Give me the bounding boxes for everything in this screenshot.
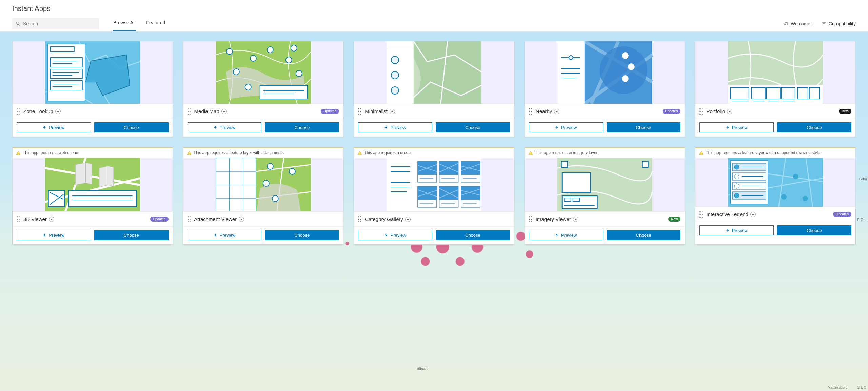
- drag-handle-icon[interactable]: [699, 108, 704, 115]
- compatibility-link[interactable]: Compatibility: [821, 21, 856, 26]
- svg-rect-36: [557, 41, 585, 104]
- choose-button[interactable]: Choose: [94, 230, 169, 240]
- svg-point-18: [267, 47, 273, 53]
- right-actions: Welcome! Compatibility: [783, 21, 856, 26]
- choose-button[interactable]: Choose: [777, 122, 851, 132]
- expand-button[interactable]: [727, 109, 732, 114]
- expand-button[interactable]: [239, 217, 244, 222]
- svg-point-14: [226, 48, 232, 55]
- thumb-zone-lookup: [13, 41, 173, 104]
- warning-text: This app requires a group: [364, 150, 411, 155]
- expand-button[interactable]: [55, 109, 61, 114]
- svg-rect-61: [189, 152, 189, 153]
- card-title: Zone Lookup: [23, 108, 53, 114]
- preview-button[interactable]: Preview: [699, 225, 774, 235]
- drag-handle-icon[interactable]: [17, 216, 21, 222]
- svg-rect-55: [18, 154, 18, 154]
- preview-button[interactable]: Preview: [529, 122, 603, 132]
- card-category-gallery: This app requires a group: [354, 147, 514, 245]
- svg-point-20: [285, 57, 292, 63]
- tab-featured[interactable]: Featured: [145, 16, 166, 31]
- preview-button[interactable]: Preview: [188, 122, 262, 132]
- drag-handle-icon[interactable]: [529, 216, 534, 222]
- thumb-attachment-viewer: [183, 158, 343, 211]
- card-warning: This app requires a feature layer with a…: [183, 147, 343, 158]
- search-box[interactable]: [12, 18, 99, 29]
- expand-button[interactable]: [554, 109, 559, 114]
- card-title-row: 3D Viewer Updated: [13, 211, 173, 226]
- thumb-portfolio: [695, 41, 855, 104]
- choose-button[interactable]: Choose: [777, 225, 851, 235]
- card-interactive-legend: This app requires a feature layer with a…: [695, 147, 856, 245]
- warning-icon: [357, 150, 362, 155]
- drag-handle-icon[interactable]: [358, 216, 363, 222]
- preview-button[interactable]: Preview: [529, 230, 603, 240]
- svg-point-140: [734, 184, 739, 188]
- expand-button[interactable]: [750, 212, 756, 217]
- map-label-mattersburg: Mattersburg: [828, 386, 848, 389]
- svg-rect-121: [562, 173, 591, 192]
- card-actions: Preview Choose: [183, 226, 343, 244]
- svg-point-33: [622, 52, 629, 59]
- svg-point-130: [781, 194, 787, 200]
- thumb-category-gallery: [354, 158, 514, 211]
- preview-button[interactable]: Preview: [699, 122, 774, 132]
- expand-button[interactable]: [573, 217, 578, 222]
- map-label-uttgart: uttgart: [417, 367, 428, 370]
- svg-point-35: [622, 75, 629, 82]
- svg-rect-22: [260, 85, 307, 99]
- card-title-row: Media Map Updated: [183, 104, 343, 119]
- svg-rect-116: [530, 152, 531, 153]
- expand-button[interactable]: [49, 217, 54, 222]
- svg-rect-78: [360, 152, 360, 153]
- drag-handle-icon[interactable]: [358, 108, 363, 115]
- search-input[interactable]: [23, 21, 96, 26]
- svg-rect-4: [51, 58, 82, 67]
- drag-handle-icon[interactable]: [188, 108, 192, 115]
- thumb-nearby: [525, 41, 685, 104]
- preview-button[interactable]: Preview: [358, 230, 432, 240]
- svg-point-67: [263, 180, 269, 186]
- choose-button[interactable]: Choose: [265, 230, 339, 240]
- svg-point-28: [391, 71, 399, 79]
- preview-button[interactable]: Preview: [358, 122, 432, 132]
- badge-updated: Updated: [321, 109, 339, 114]
- card-title: Imagery Viewer: [536, 216, 571, 222]
- preview-button[interactable]: Preview: [17, 122, 91, 132]
- preview-button[interactable]: Preview: [188, 230, 262, 240]
- drag-handle-icon[interactable]: [188, 216, 192, 222]
- drag-handle-icon[interactable]: [699, 211, 704, 218]
- welcome-link[interactable]: Welcome!: [783, 21, 812, 26]
- svg-point-15: [250, 55, 256, 61]
- card-actions: Preview Choose: [695, 222, 855, 240]
- svg-point-65: [267, 163, 273, 169]
- card-actions: Preview Choose: [525, 226, 685, 244]
- card-warning: This app requires a group: [354, 147, 514, 158]
- choose-button[interactable]: Choose: [607, 230, 681, 240]
- card-title-row: Zone Lookup: [13, 104, 173, 119]
- svg-rect-117: [530, 154, 531, 154]
- warning-text: This app requires a feature layer with a…: [194, 150, 284, 155]
- preview-button[interactable]: Preview: [17, 230, 91, 240]
- expand-button[interactable]: [390, 109, 395, 114]
- drag-handle-icon[interactable]: [529, 108, 534, 115]
- expand-button[interactable]: [221, 109, 227, 114]
- page-title: Instant Apps: [12, 5, 856, 13]
- svg-rect-127: [701, 154, 702, 154]
- svg-point-17: [245, 84, 251, 90]
- svg-point-29: [391, 87, 399, 94]
- svg-rect-26: [387, 41, 414, 104]
- choose-button[interactable]: Choose: [436, 122, 510, 132]
- tab-browse-all[interactable]: Browse All: [113, 16, 136, 31]
- drag-handle-icon[interactable]: [17, 108, 21, 115]
- choose-button[interactable]: Choose: [607, 122, 681, 132]
- choose-button[interactable]: Choose: [436, 230, 510, 240]
- svg-rect-120: [642, 161, 648, 167]
- card-actions: Preview Choose: [13, 226, 173, 244]
- expand-button[interactable]: [405, 217, 411, 222]
- choose-button[interactable]: Choose: [265, 122, 339, 132]
- card-actions: Preview Choose: [354, 226, 514, 244]
- choose-button[interactable]: Choose: [94, 122, 169, 132]
- card-imagery-viewer: This app requires an imagery layer Image…: [525, 147, 685, 245]
- badge-updated: Updated: [663, 109, 681, 114]
